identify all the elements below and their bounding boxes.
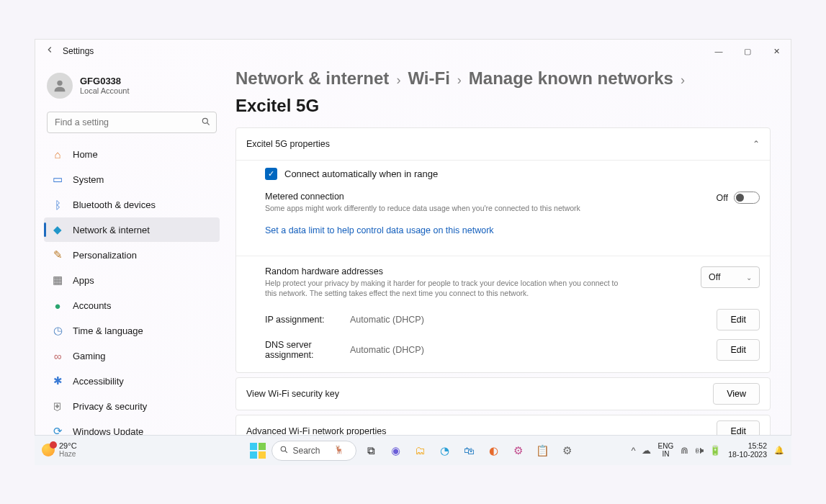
window-title: Settings	[63, 46, 94, 56]
sidebar-item-privacy[interactable]: ⛨Privacy & security	[44, 394, 220, 418]
auto-connect-checkbox[interactable]: ✓	[265, 168, 277, 180]
svg-point-1	[202, 118, 207, 123]
close-button[interactable]: ✕	[762, 40, 791, 63]
apps-icon: ▦	[51, 274, 64, 287]
chevron-right-icon: ›	[681, 73, 685, 88]
sidebar-item-label: System	[73, 174, 104, 185]
clock[interactable]: 15:52 18-10-2023	[728, 442, 767, 459]
accounts-icon: ●	[51, 300, 64, 312]
task-view-icon[interactable]: ⧉	[362, 441, 381, 460]
metered-desc: Some apps might work differently to redu…	[265, 203, 580, 213]
auto-connect-row[interactable]: ✓ Connect automatically when in range	[265, 168, 760, 180]
user-block[interactable]: GFG0338 Local Account	[44, 68, 220, 109]
dns-assignment-value: Automatic (DHCP)	[350, 345, 717, 355]
avatar-icon	[47, 73, 73, 99]
notifications-icon[interactable]: 🔔	[774, 446, 784, 455]
dns-assignment-row: DNS server assignment: Automatic (DHCP) …	[265, 339, 760, 361]
sidebar: GFG0338 Local Account ⌂Home ▭System ᛒBlu…	[35, 63, 225, 464]
settings-window: Settings — ▢ ✕ GFG0338 Local Account	[35, 39, 791, 465]
metered-toggle[interactable]	[734, 192, 760, 204]
sidebar-item-system[interactable]: ▭System	[44, 167, 220, 192]
random-hw-select[interactable]: Off ⌄	[701, 266, 760, 288]
app-icon-1[interactable]: ⚙	[509, 441, 528, 460]
svg-point-2	[281, 446, 286, 451]
sidebar-item-accounts[interactable]: ●Accounts	[44, 293, 220, 318]
random-hw-value: Off	[709, 272, 720, 282]
security-key-card: View Wi-Fi security key View	[235, 377, 771, 410]
sidebar-item-home[interactable]: ⌂Home	[44, 142, 220, 166]
search-icon	[201, 117, 211, 130]
security-key-title: View Wi-Fi security key	[246, 389, 339, 399]
sidebar-item-time[interactable]: ◷Time & language	[44, 318, 220, 343]
metered-title: Metered connection	[265, 192, 580, 202]
breadcrumb-manage[interactable]: Manage known networks	[469, 68, 673, 89]
breadcrumb: Network & internet › Wi-Fi › Manage know…	[235, 68, 771, 116]
properties-header[interactable]: Excitel 5G properties ⌃	[236, 128, 770, 160]
user-name: GFG0338	[80, 76, 130, 86]
search-input[interactable]	[47, 112, 217, 133]
weather-widget[interactable]: 29°C Haze	[42, 442, 77, 458]
file-explorer-icon[interactable]: 🗂	[411, 441, 430, 460]
language-indicator[interactable]: ENG IN	[658, 443, 674, 458]
network-icon: ◆	[51, 223, 64, 236]
minimize-button[interactable]: —	[704, 40, 733, 63]
sidebar-item-personalization[interactable]: ✎Personalization	[44, 243, 220, 267]
bluetooth-icon: ᛒ	[51, 199, 64, 211]
gaming-icon: ∞	[51, 350, 64, 362]
view-security-key-button[interactable]: View	[713, 383, 760, 405]
breadcrumb-network[interactable]: Network & internet	[235, 68, 389, 89]
sidebar-item-label: Gaming	[73, 351, 106, 361]
volume-icon: 🕪	[694, 445, 704, 456]
sidebar-item-apps[interactable]: ▦Apps	[44, 268, 220, 292]
sidebar-item-gaming[interactable]: ∞Gaming	[44, 343, 220, 368]
firefox-icon[interactable]: ◐	[485, 441, 503, 460]
sidebar-item-label: Accessibility	[73, 376, 124, 387]
tray-chevron-icon[interactable]: ^	[632, 445, 636, 456]
chevron-up-icon: ⌃	[753, 139, 760, 149]
data-limit-link[interactable]: Set a data limit to help control data us…	[265, 225, 494, 235]
app-icon-2[interactable]: 📋	[534, 441, 552, 460]
maximize-button[interactable]: ▢	[733, 40, 762, 63]
settings-taskbar-icon[interactable]: ⚙	[558, 441, 577, 460]
breadcrumb-current: Excitel 5G	[235, 96, 319, 116]
taskbar: 29°C Haze Search 🦌 ⧉ ◉ 🗂 ◔ 🛍 ◐ ⚙ 📋 ⚙ ^ ☁…	[35, 435, 791, 465]
sidebar-item-bluetooth[interactable]: ᛒBluetooth & devices	[44, 192, 220, 217]
time-icon: ◷	[51, 324, 64, 337]
sidebar-item-accessibility[interactable]: ✱Accessibility	[44, 369, 220, 393]
chat-icon[interactable]: ◉	[387, 441, 405, 460]
edge-icon[interactable]: ◔	[436, 441, 454, 460]
random-hw-title: Random hardware addresses	[265, 266, 625, 276]
sidebar-item-network[interactable]: ◆Network & internet	[44, 217, 220, 242]
accessibility-icon: ✱	[51, 374, 64, 387]
lang-top: ENG	[658, 443, 674, 451]
personalization-icon: ✎	[51, 248, 64, 261]
user-account-type: Local Account	[80, 86, 130, 95]
clock-time: 15:52	[728, 442, 767, 451]
weather-icon	[42, 444, 55, 456]
titlebar: Settings — ▢ ✕	[35, 40, 791, 63]
divider	[236, 256, 770, 256]
ip-assignment-value: Automatic (DHCP)	[350, 315, 717, 325]
store-icon[interactable]: 🛍	[460, 441, 479, 460]
properties-title: Excitel 5G properties	[246, 139, 330, 149]
sidebar-item-label: Privacy & security	[73, 401, 147, 412]
onedrive-icon[interactable]: ☁	[642, 445, 651, 456]
battery-icon: 🔋	[709, 445, 721, 456]
taskbar-search-label: Search	[293, 446, 320, 456]
ip-edit-button[interactable]: Edit	[717, 309, 760, 330]
clock-date: 18-10-2023	[728, 451, 767, 459]
search-icon	[279, 445, 289, 456]
taskbar-search[interactable]: Search 🦌	[271, 441, 356, 461]
ip-assignment-label: IP assignment:	[265, 315, 350, 325]
dns-edit-button[interactable]: Edit	[717, 339, 760, 361]
ip-assignment-row: IP assignment: Automatic (DHCP) Edit	[265, 309, 760, 330]
breadcrumb-wifi[interactable]: Wi-Fi	[408, 68, 449, 89]
back-button[interactable]	[41, 45, 58, 58]
system-tray[interactable]: ^ ☁	[632, 445, 651, 456]
start-button[interactable]	[250, 443, 266, 459]
sidebar-item-label: Home	[73, 149, 98, 160]
properties-card: Excitel 5G properties ⌃ ✓ Connect automa…	[235, 127, 771, 373]
network-tray[interactable]: ⋒ 🕪 🔋	[681, 445, 721, 456]
wifi-icon: ⋒	[681, 445, 688, 456]
sidebar-item-label: Time & language	[73, 325, 143, 336]
